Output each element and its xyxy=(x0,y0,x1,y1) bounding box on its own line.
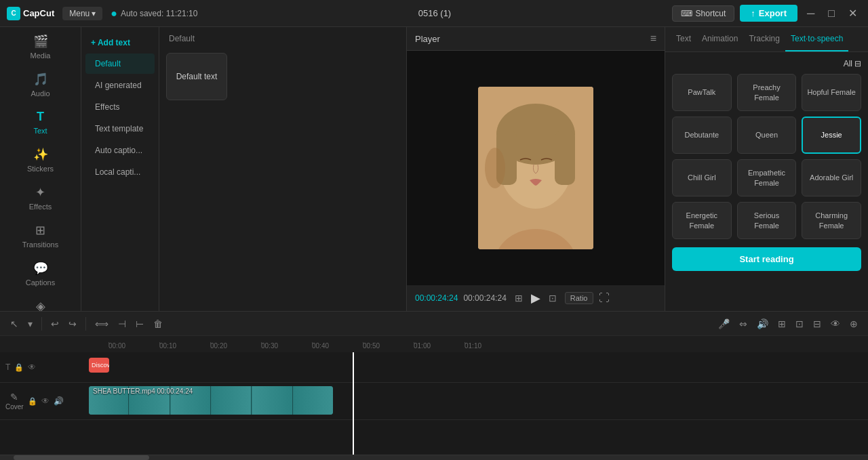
text-track-icon: T xyxy=(5,362,10,372)
cover-button[interactable]: ✎ Cover xyxy=(5,392,24,411)
playhead[interactable] xyxy=(353,352,354,455)
voice-jessie[interactable]: Jessie xyxy=(802,117,861,154)
minimize-button[interactable]: ─ xyxy=(803,6,818,21)
split-button[interactable]: ⟺ xyxy=(92,316,112,331)
link-tool[interactable]: ⇔ xyxy=(736,316,751,331)
sidebar-item-filters[interactable]: ◈ Filters xyxy=(0,292,81,311)
sidebar-local-captions[interactable]: Local capti... xyxy=(85,162,155,182)
start-reading-button[interactable]: Start reading xyxy=(672,247,861,271)
tab-tracking[interactable]: Tracking xyxy=(743,27,785,51)
text-clip[interactable]: Discove xyxy=(89,358,109,373)
content-default-label: Default xyxy=(159,27,406,50)
voice-hopful-female[interactable]: Hopful Female xyxy=(802,74,861,111)
sidebar-item-text[interactable]: T Text xyxy=(0,103,81,140)
voice-preachy-female[interactable]: Preachy Female xyxy=(737,74,797,111)
sidebar-effects[interactable]: Effects xyxy=(85,97,155,117)
toolbar-sep-1 xyxy=(41,317,42,331)
voice-chill-girl[interactable]: Chill Girl xyxy=(672,159,732,196)
sidebar-default[interactable]: Default xyxy=(85,54,155,74)
voice-pawtalk[interactable]: PawTalk xyxy=(672,74,732,111)
trim-end-button[interactable]: ⊢ xyxy=(132,316,147,331)
tab-text-to-speech[interactable]: Text·to·speech xyxy=(785,27,848,51)
export-button[interactable]: ↑ Export xyxy=(740,5,797,22)
sidebar-auto-captions[interactable]: Auto captio... xyxy=(85,140,155,161)
zoom-fit-button[interactable]: ⊡ xyxy=(546,291,559,305)
tab-text[interactable]: Text xyxy=(671,27,696,51)
sidebar-item-transitions[interactable]: ⊞ Transitions xyxy=(0,216,81,254)
video-track-audio[interactable]: 🔊 xyxy=(54,396,64,406)
text-preset-default[interactable]: Default text xyxy=(166,53,227,100)
text-track-eye[interactable]: 👁 xyxy=(28,362,36,372)
voice-queen[interactable]: Queen xyxy=(737,117,797,154)
grid-view-button[interactable]: ⊞ xyxy=(512,291,526,305)
undo-button[interactable]: ↩ xyxy=(47,316,62,331)
right-panel-tabs: Text Animation Tracking Text·to·speech xyxy=(665,27,868,52)
logo-icon: C xyxy=(7,7,20,20)
dropdown-btn[interactable]: ▾ xyxy=(24,316,36,331)
topbar-right: ⌨ Shortcut ↑ Export ─ □ ✕ xyxy=(672,5,861,22)
select-tool[interactable]: ↖ xyxy=(7,316,22,331)
sidebar-item-captions[interactable]: 💬 Captions xyxy=(0,254,81,292)
close-button[interactable]: ✕ xyxy=(844,5,861,21)
scrollbar-thumb[interactable] xyxy=(14,455,149,460)
add-text-button[interactable]: + Add text xyxy=(81,33,159,53)
audio-tool[interactable]: 🔊 xyxy=(753,316,772,331)
ruler-mark-6: 01:00 xyxy=(414,342,465,350)
text-track-lock[interactable]: 🔒 xyxy=(14,363,24,372)
main-layout: 🎬 Media 🎵 Audio T Text ✨ Stickers ✦ Effe… xyxy=(0,27,868,311)
video-track-eye[interactable]: 👁 xyxy=(41,396,50,406)
redo-button[interactable]: ↪ xyxy=(65,316,80,331)
autosave-indicator: ● Auto saved: 11:21:10 xyxy=(111,7,197,20)
voice-serious-female[interactable]: Serious Female xyxy=(737,202,797,239)
ruler-mark-1: 00:10 xyxy=(159,342,210,350)
effects-icon: ✦ xyxy=(35,185,45,200)
split-screen-tool[interactable]: ⊟ xyxy=(810,316,825,331)
sidebar-item-label: Effects xyxy=(29,203,52,211)
voice-adorable-girl[interactable]: Adorable Girl xyxy=(802,159,861,196)
video-track-row: ✎ Cover 🔒 👁 🔊 xyxy=(0,383,868,420)
sidebar-item-stickers[interactable]: ✨ Stickers xyxy=(0,140,81,178)
play-button[interactable]: ▶ xyxy=(531,291,540,306)
video-track-lock[interactable]: 🔒 xyxy=(28,397,37,406)
player-menu-icon[interactable]: ≡ xyxy=(650,33,656,45)
tab-animation[interactable]: Animation xyxy=(696,27,743,51)
sidebar-item-label: Captions xyxy=(26,278,55,287)
left-nav: 🎬 Media 🎵 Audio T Text ✨ Stickers ✦ Effe… xyxy=(0,27,81,311)
ratio-button[interactable]: Ratio xyxy=(565,292,593,304)
voice-charming-female[interactable]: Charming Female xyxy=(802,202,861,239)
voice-empathetic-female[interactable]: Empathetic Female xyxy=(737,159,797,196)
zoom-tool[interactable]: ⊡ xyxy=(792,316,807,331)
shortcut-button[interactable]: ⌨ Shortcut xyxy=(672,5,735,22)
sidebar-item-label: Text xyxy=(33,127,47,135)
voice-debutante[interactable]: Debutante xyxy=(672,117,732,154)
zoom-in-button[interactable]: ⊕ xyxy=(846,316,861,331)
maximize-button[interactable]: □ xyxy=(824,6,839,21)
sidebar-item-effects[interactable]: ✦ Effects xyxy=(0,178,81,216)
ruler-mark-3: 00:30 xyxy=(261,342,312,350)
microphone-button[interactable]: 🎤 xyxy=(715,316,733,331)
video-clip[interactable]: SHEA BUTTER.mp4 00:00:24:24 xyxy=(89,386,333,415)
audio-icon: 🎵 xyxy=(33,72,48,87)
media-icon: 🎬 xyxy=(33,34,48,49)
voice-energetic-female[interactable]: Energetic Female xyxy=(672,202,732,239)
clip-tool[interactable]: ⊞ xyxy=(774,316,789,331)
thumb-5 xyxy=(252,386,292,415)
menu-button[interactable]: Menu ▾ xyxy=(62,7,102,20)
ruler-mark-7: 01:10 xyxy=(465,342,515,350)
player-video xyxy=(478,87,593,249)
timeline-toolbar: ↖ ▾ ↩ ↪ ⟺ ⊣ ⊢ 🗑 🎤 ⇔ 🔊 ⊞ ⊡ ⊟ 👁 ⊕ xyxy=(0,312,868,336)
sidebar-ai-generated[interactable]: AI generated xyxy=(85,75,155,96)
filter-all[interactable]: All ⊟ xyxy=(844,59,861,68)
sidebar-item-media[interactable]: 🎬 Media xyxy=(0,27,81,65)
sidebar-text-template[interactable]: Text template xyxy=(85,119,155,139)
trim-start-button[interactable]: ⊣ xyxy=(115,316,130,331)
filter-row: All ⊟ xyxy=(672,59,861,68)
timeline-ruler: 00:00 00:10 00:20 00:30 00:40 00:50 01:0… xyxy=(0,336,868,352)
video-track-content: SHEA BUTTER.mp4 00:00:24:24 xyxy=(78,383,868,419)
sidebar-item-audio[interactable]: 🎵 Audio xyxy=(0,65,81,103)
delete-button[interactable]: 🗑 xyxy=(150,316,166,331)
fullscreen-button[interactable]: ⛶ xyxy=(599,292,610,304)
timeline-scrollbar[interactable] xyxy=(0,455,868,460)
app-logo: C CapCut xyxy=(7,7,54,20)
eye-tool[interactable]: 👁 xyxy=(827,316,844,331)
